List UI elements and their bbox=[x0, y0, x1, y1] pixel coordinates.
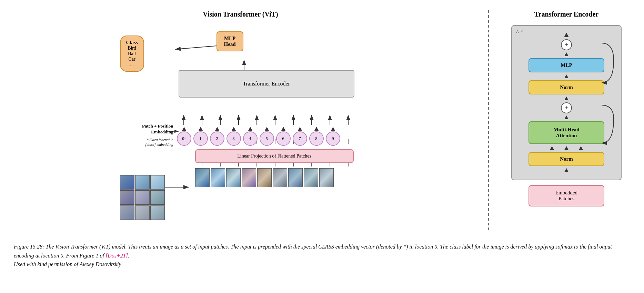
te-wrapper: L × bbox=[511, 25, 622, 206]
te-mlp-box: MLP bbox=[529, 58, 604, 72]
te-inner: + MLP Norm + bbox=[519, 33, 614, 173]
flat-patch-1 bbox=[195, 168, 210, 187]
te-output-arrow bbox=[564, 33, 569, 37]
class-label: Class bbox=[126, 40, 138, 46]
te-arrow-5a bbox=[550, 146, 554, 150]
flat-patch-7 bbox=[288, 168, 303, 187]
caption-text3: Used with kind permission of Alexey Doso… bbox=[14, 261, 121, 267]
class-car: Car bbox=[126, 57, 138, 62]
te-mha-label: Multi-HeadAttention bbox=[554, 127, 580, 138]
flat-patch-6 bbox=[273, 168, 287, 187]
main-diagram: Vision Transformer (ViT) Class Bird Ball… bbox=[14, 10, 630, 232]
mlp-head-box: MLP Head bbox=[217, 31, 243, 51]
vit-section: Vision Transformer (ViT) Class Bird Ball… bbox=[14, 10, 477, 232]
source-image-grid bbox=[120, 175, 165, 220]
class-ball: Ball bbox=[126, 51, 138, 57]
flat-patch-3 bbox=[226, 168, 241, 187]
token-9: 9 bbox=[326, 127, 340, 146]
svg-line-1 bbox=[175, 46, 217, 49]
class-dots: ... bbox=[126, 62, 138, 68]
te-mlp-label: MLP bbox=[561, 62, 572, 68]
mlp-head-line2: Head bbox=[224, 41, 236, 47]
token-6: 6 bbox=[276, 127, 291, 146]
te-arrow-4 bbox=[564, 115, 568, 119]
te-arrow-5c bbox=[579, 146, 583, 150]
section-divider bbox=[488, 10, 489, 232]
te-norm2-label: Norm bbox=[560, 156, 573, 162]
te-plus-bottom: + bbox=[561, 102, 572, 113]
class-output-box: Class Bird Ball Car ... bbox=[120, 36, 144, 72]
mlp-head-line1: MLP bbox=[224, 36, 236, 41]
token-5: 5 bbox=[260, 127, 274, 146]
te-arrow-1 bbox=[564, 52, 568, 56]
te-section: Transformer Encoder L × bbox=[499, 10, 630, 232]
flat-patch-4 bbox=[242, 168, 256, 187]
te-embedded-patches: EmbeddedPatches bbox=[529, 185, 604, 206]
te-mha-arrows bbox=[550, 146, 583, 150]
token-2: 2 bbox=[210, 127, 224, 146]
te-norm2-box: Norm bbox=[529, 152, 604, 166]
flat-patch-9 bbox=[319, 168, 334, 187]
flat-patches-row bbox=[195, 168, 334, 187]
te-mha-box: Multi-HeadAttention bbox=[529, 121, 604, 144]
token-3: 3 bbox=[227, 127, 241, 146]
figure-caption: Figure 15.28: The Vision Transformer (Vi… bbox=[14, 242, 630, 269]
transformer-encoder-label: Transformer Encoder bbox=[243, 81, 290, 87]
linear-proj-box: Linear Projection of Flattened Patches bbox=[195, 149, 354, 163]
te-box: L × bbox=[511, 25, 622, 180]
te-arrow-6 bbox=[564, 168, 568, 172]
token-4: 4 bbox=[243, 127, 258, 146]
class-bird: Bird bbox=[126, 46, 138, 51]
token-8: 8 bbox=[309, 127, 324, 146]
te-arrow-2 bbox=[564, 74, 568, 78]
vit-title: Vision Transformer (ViT) bbox=[203, 10, 278, 18]
flat-patch-2 bbox=[211, 168, 225, 187]
patch-position-label-area: Patch + PositionEmbedding * Extra learna… bbox=[120, 123, 173, 147]
caption-ref: [Dos+21] bbox=[105, 253, 128, 259]
transformer-encoder-box: Transformer Encoder bbox=[179, 70, 354, 98]
flat-patch-5 bbox=[257, 168, 272, 187]
patch-label-note: * Extra learnable[class] embedding bbox=[120, 137, 173, 147]
patch-label-main: Patch + PositionEmbedding bbox=[120, 123, 173, 135]
patch-tokens-row: 0* 1 2 3 4 bbox=[177, 127, 340, 146]
caption-text-after: . bbox=[128, 253, 129, 259]
caption-text-before: Figure 15.28: The Vision Transformer (Vi… bbox=[14, 244, 612, 259]
te-title: Transformer Encoder bbox=[534, 10, 598, 18]
te-norm1-box: Norm bbox=[529, 80, 604, 94]
token-0: 0* bbox=[177, 127, 191, 146]
te-norm1-label: Norm bbox=[560, 84, 573, 90]
token-1: 1 bbox=[193, 127, 208, 146]
linear-proj-label: Linear Projection of Flattened Patches bbox=[237, 153, 311, 159]
te-arrow-3 bbox=[564, 97, 568, 100]
te-embedded-label: EmbeddedPatches bbox=[555, 190, 577, 201]
flat-patch-8 bbox=[304, 168, 318, 187]
te-arrow-5b bbox=[564, 146, 568, 150]
token-7: 7 bbox=[293, 127, 307, 146]
te-plus-top: + bbox=[561, 39, 572, 50]
